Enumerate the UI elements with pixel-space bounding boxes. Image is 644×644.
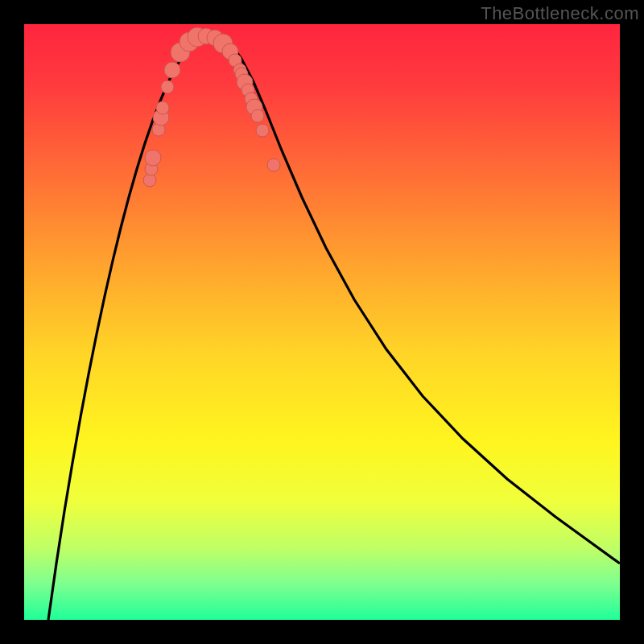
- curve-marker: [156, 101, 169, 114]
- curve-layer: [24, 24, 620, 620]
- curve-marker: [256, 124, 269, 137]
- curve-marker: [164, 62, 180, 78]
- watermark: TheBottleneck.com: [481, 3, 639, 24]
- curve-markers: [143, 27, 280, 187]
- curve-marker: [267, 159, 280, 171]
- curve-marker: [145, 150, 161, 166]
- curve-marker: [251, 109, 264, 122]
- plot-area: [24, 24, 620, 620]
- curve-marker: [161, 80, 174, 93]
- chart-frame: TheBottleneck.com: [0, 0, 644, 644]
- curve-marker: [143, 174, 156, 187]
- bottleneck-curve: [48, 36, 620, 620]
